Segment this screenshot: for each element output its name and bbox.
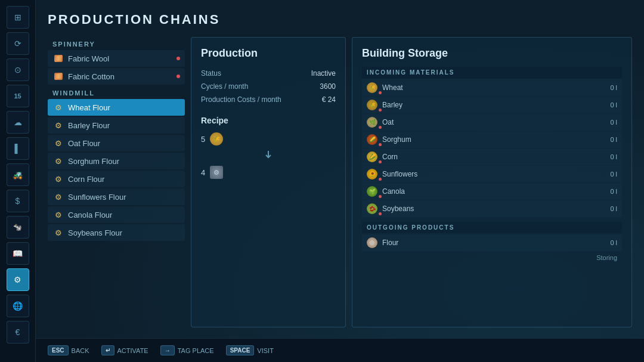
storage-row-sunflowers: 🌻 Sunflowers 0 l	[362, 166, 622, 182]
sunflowers-val: 0 l	[610, 171, 617, 178]
sunflowers-dot	[379, 178, 382, 181]
esc-label: BACK	[72, 347, 89, 354]
corn-val: 0 l	[610, 153, 617, 160]
storage-row-oat: 🌿 Oat 0 l	[362, 114, 622, 131]
visit-label: VISIT	[257, 347, 274, 354]
windmill-icon: ⚙	[54, 103, 63, 112]
windmill-icon-4: ⚙	[54, 156, 63, 166]
barley-val: 0 l	[610, 101, 617, 109]
activate-key[interactable]: ↵	[101, 345, 114, 355]
storage-row-soybeans: 🫘 Soybeans 0 l	[362, 200, 622, 217]
sorghum-name: Sorghum	[382, 135, 605, 144]
canola-val: 0 l	[610, 188, 617, 195]
sidebar-item-money[interactable]: $	[7, 190, 29, 212]
esc-key[interactable]: ESC	[48, 345, 69, 355]
sidebar-item-trade[interactable]: ⟳	[7, 32, 29, 55]
windmill-icon-3: ⚙	[54, 138, 63, 148]
content-row: SPINNERY Fabric Wool Fabric Cotton WINDM…	[48, 37, 632, 327]
soybean-icon: 🫘	[367, 203, 377, 214]
status-dot	[177, 57, 180, 60]
chain-item-sunflowers-flour[interactable]: ⚙ Sunflowers Flour	[48, 188, 185, 205]
soybeans-dot	[379, 212, 382, 215]
chain-item-fabric-wool[interactable]: Fabric Wool	[48, 50, 185, 67]
chains-panel: SPINNERY Fabric Wool Fabric Cotton WINDM…	[48, 37, 185, 327]
sidebar-item-vehicle[interactable]: 🚜	[7, 163, 29, 186]
recipe-label: Recipe	[201, 116, 336, 125]
status-value: Inactive	[311, 69, 336, 78]
costs-row: Production Costs / month € 24	[201, 95, 336, 104]
wheat-dot	[379, 91, 382, 94]
oat-name: Oat	[382, 118, 605, 126]
canola-icon: 🌱	[367, 186, 377, 197]
windmill-header: WINDMILL	[48, 86, 185, 99]
sidebar-item-chart[interactable]: ▌	[7, 137, 29, 160]
windmill-icon-7: ⚙	[54, 210, 63, 219]
sidebar-item-euro[interactable]: €	[7, 321, 29, 344]
fabric-icon-2	[54, 72, 63, 81]
corn-icon: 🌽	[367, 151, 377, 162]
cycles-row: Cycles / month 3600	[201, 82, 336, 91]
sidebar-item-book[interactable]: 📖	[7, 242, 29, 265]
activate-label: ACTIVATE	[117, 347, 148, 354]
corn-name: Corn	[382, 153, 605, 161]
flour-name: Flour	[382, 239, 605, 247]
costs-value: € 24	[322, 95, 336, 104]
chain-item-fabric-cotton[interactable]: Fabric Cotton	[48, 68, 185, 85]
visit-key[interactable]: SPACE	[226, 345, 255, 355]
storage-row-sorghum: 🌽 Sorghum 0 l	[362, 131, 622, 148]
barley-dot	[379, 109, 382, 112]
tag-key[interactable]: →	[160, 345, 175, 355]
wheat-val: 0 l	[610, 84, 617, 91]
tag-label: TAG PLACE	[178, 347, 214, 354]
kb-activate: ↵ ACTIVATE	[101, 345, 148, 355]
corn-dot	[379, 160, 382, 163]
chain-item-soybeans-flour[interactable]: ⚙ Soybeans Flour	[48, 224, 185, 241]
sidebar-item-map[interactable]: ⊞	[7, 6, 29, 29]
recipe-section: Recipe 5 🌾 4 ⚙	[201, 116, 336, 179]
sidebar-item-calendar[interactable]: 15	[7, 85, 29, 107]
incoming-header: INCOMING MATERIALS	[362, 67, 622, 78]
storage-row-wheat: 🌾 Wheat 0 l	[362, 79, 622, 96]
storage-row-canola: 🌱 Canola 0 l	[362, 183, 622, 200]
kb-tag: → TAG PLACE	[160, 345, 214, 355]
chain-item-oat-flour[interactable]: ⚙ Oat Flour	[48, 135, 185, 151]
production-title: Production	[201, 47, 336, 60]
storing-label: Storing	[362, 252, 622, 264]
sidebar-item-weather[interactable]: ☁	[7, 111, 29, 134]
sidebar-item-production[interactable]: ⚙	[7, 268, 29, 291]
storage-row-barley: 🌾 Barley 0 l	[362, 97, 622, 113]
barley-name: Barley	[382, 101, 605, 109]
outgoing-header: OUTGOING PRODUCTS	[362, 222, 622, 233]
main-content: PRODUCTION CHAINS SPINNERY Fabric Wool F…	[36, 0, 644, 338]
chain-item-sorghum-flour[interactable]: ⚙ Sorghum Flour	[48, 153, 185, 169]
chain-item-barley-flour[interactable]: ⚙ Barley Flour	[48, 117, 185, 134]
sorghum-dot	[379, 143, 382, 146]
status-label: Status	[201, 69, 221, 78]
sidebar-item-animal[interactable]: 🐄	[7, 216, 29, 239]
sidebar-item-steering[interactable]: ⊙	[7, 58, 29, 81]
sidebar: ⊞ ⟳ ⊙ 15 ☁ ▌ 🚜 $ 🐄 📖 ⚙ 🌐 €	[0, 0, 36, 362]
cycles-label: Cycles / month	[201, 82, 248, 91]
chain-item-canola-flour[interactable]: ⚙ Canola Flour	[48, 206, 185, 223]
page-title: PRODUCTION CHAINS	[48, 12, 632, 27]
windmill-icon-5: ⚙	[54, 174, 63, 184]
storage-title: Building Storage	[362, 47, 622, 60]
production-panel: Production Status Inactive Cycles / mont…	[191, 37, 346, 327]
barley-icon: 🌾	[367, 100, 377, 110]
soybeans-val: 0 l	[610, 205, 617, 212]
chain-item-wheat-flour[interactable]: ⚙ Wheat Flour	[48, 99, 185, 116]
spinnery-header: SPINNERY	[48, 37, 185, 50]
kb-esc: ESC BACK	[48, 345, 89, 355]
chain-item-corn-flour[interactable]: ⚙ Corn Flour	[48, 171, 185, 187]
storage-panel: Building Storage INCOMING MATERIALS 🌾 Wh…	[352, 37, 632, 327]
recipe-output-row: 4 ⚙	[201, 166, 336, 179]
status-row: Status Inactive	[201, 69, 336, 78]
oat-icon: 🌿	[367, 117, 377, 128]
oat-val: 0 l	[610, 119, 617, 126]
storage-row-corn: 🌽 Corn 0 l	[362, 148, 622, 165]
sidebar-item-planet[interactable]: 🌐	[7, 295, 29, 317]
sunflowers-name: Sunflowers	[382, 170, 605, 178]
recipe-input-amount: 5	[201, 135, 205, 144]
status-dot-2	[177, 75, 180, 78]
recipe-wheat-icon: 🌾	[210, 132, 223, 146]
